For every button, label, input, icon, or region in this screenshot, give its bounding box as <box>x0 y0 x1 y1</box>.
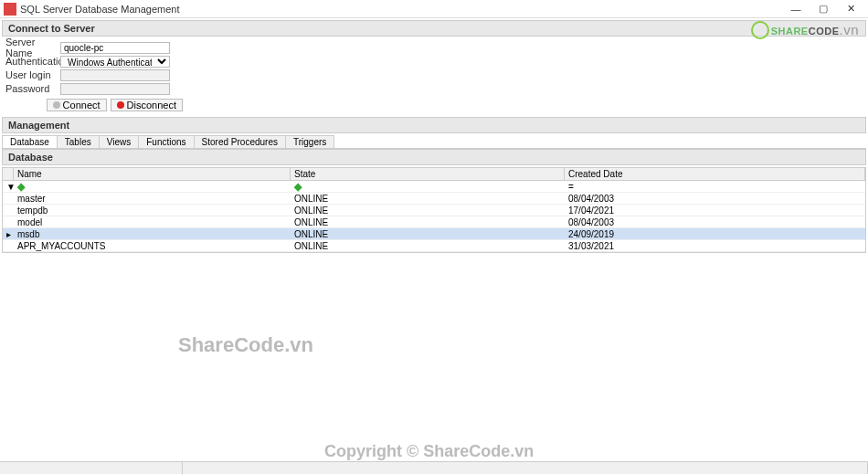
close-button[interactable]: ✕ <box>837 1 864 17</box>
grid-header-indicator <box>3 168 14 180</box>
status-bar <box>0 461 868 474</box>
row-indicator: ▸ <box>3 229 14 239</box>
auth-label: Authentication <box>5 56 60 67</box>
table-row[interactable]: masterONLINE08/04/2003 <box>3 193 865 205</box>
filter-icon: ▼ <box>3 182 14 192</box>
cell-created: 08/04/2003 <box>565 217 865 227</box>
cell-created: 08/04/2003 <box>565 194 865 204</box>
app-icon <box>4 3 16 16</box>
table-row[interactable]: modelONLINE08/04/2003 <box>3 216 865 228</box>
user-login-label: User login <box>5 69 60 80</box>
database-header: Database <box>2 149 866 165</box>
tab-functions[interactable]: Functions <box>138 135 194 148</box>
connect-button[interactable]: Connect <box>47 99 107 111</box>
table-row[interactable]: APR_MYACCOUNTSONLINE31/03/2021 <box>3 240 865 252</box>
cell-name: model <box>14 217 291 227</box>
management-tabs: Database Tables Views Functions Stored P… <box>2 135 866 149</box>
watermark-bottom: Copyright © ShareCode.vn <box>324 442 534 461</box>
tab-database[interactable]: Database <box>2 135 58 148</box>
filter-created-cell[interactable]: = <box>565 182 865 192</box>
filter-name-icon[interactable]: ◆ <box>17 181 25 192</box>
grid-header-state[interactable]: State <box>291 168 565 180</box>
grid-filter-row[interactable]: ▼ ◆ ◆ = <box>3 181 865 193</box>
grid-header-created[interactable]: Created Date <box>565 168 865 180</box>
cell-name: msdb <box>14 229 291 239</box>
cell-created: 17/04/2021 <box>565 205 865 216</box>
disconnect-button[interactable]: Disconnect <box>111 99 183 111</box>
grid-header-row: Name State Created Date <box>3 168 865 181</box>
status-seg-1 <box>0 462 183 474</box>
tab-tables[interactable]: Tables <box>57 135 100 148</box>
user-login-input[interactable] <box>60 69 170 81</box>
tab-stored-procedures[interactable]: Stored Procedures <box>194 135 286 148</box>
cell-state: ONLINE <box>291 241 565 251</box>
cell-created: 31/03/2021 <box>565 241 865 251</box>
database-grid: Name State Created Date ▼ ◆ ◆ = masterON… <box>2 167 866 253</box>
cell-state: ONLINE <box>291 229 565 239</box>
connect-status-icon <box>53 101 60 109</box>
connect-header: Connect to Server <box>2 20 866 37</box>
minimize-button[interactable]: — <box>782 1 810 17</box>
title-bar: SQL Server Database Management — ▢ ✕ <box>0 0 868 18</box>
disconnect-button-label: Disconnect <box>127 100 176 111</box>
grid-header-name[interactable]: Name <box>14 168 291 180</box>
password-label: Password <box>5 83 60 94</box>
cell-name: master <box>14 194 291 204</box>
table-row[interactable]: ▸msdbONLINE24/09/2019 <box>3 228 865 240</box>
cell-state: ONLINE <box>291 217 565 227</box>
table-row[interactable]: tempdbONLINE17/04/2021 <box>3 205 865 216</box>
connect-button-label: Connect <box>63 100 101 111</box>
tab-triggers[interactable]: Triggers <box>285 135 334 148</box>
auth-select[interactable]: Windows Authentication <box>60 56 170 68</box>
filter-state-icon[interactable]: ◆ <box>294 181 302 192</box>
cell-state: ONLINE <box>291 194 565 204</box>
cell-state: ONLINE <box>291 205 565 216</box>
window-title: SQL Server Database Management <box>20 4 782 15</box>
status-seg-2 <box>183 462 868 474</box>
cell-created: 24/09/2019 <box>565 229 865 239</box>
disconnect-status-icon <box>117 101 124 109</box>
server-name-input[interactable] <box>60 42 170 54</box>
cell-name: APR_MYACCOUNTS <box>14 241 291 251</box>
management-header: Management <box>2 117 866 133</box>
cell-name: tempdb <box>14 205 291 216</box>
connect-form: Server Name Authentication Windows Authe… <box>0 38 868 115</box>
maximize-button[interactable]: ▢ <box>810 1 837 17</box>
password-input[interactable] <box>60 83 170 95</box>
tab-views[interactable]: Views <box>99 135 140 148</box>
watermark-mid: ShareCode.vn <box>178 333 313 357</box>
